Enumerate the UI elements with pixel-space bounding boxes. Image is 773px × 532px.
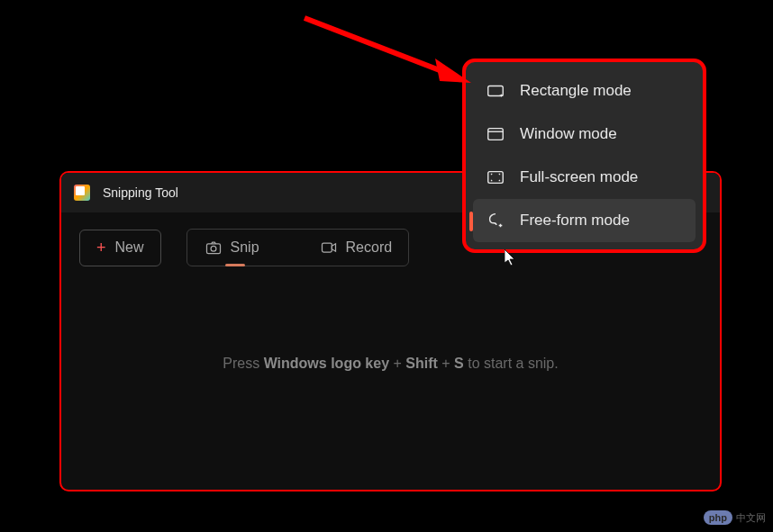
snip-mode-menu: Rectangle mode Window mode Full-screen m…: [462, 59, 706, 253]
window-icon: [486, 124, 505, 144]
new-button[interactable]: + New: [79, 230, 161, 266]
rectangle-icon: [486, 81, 505, 101]
tab-indicator: [225, 264, 245, 266]
app-title: Snipping Tool: [103, 185, 178, 200]
tab-record[interactable]: Record: [303, 230, 409, 266]
menu-item-rectangle[interactable]: Rectangle mode: [473, 69, 696, 113]
svg-line-7: [305, 18, 444, 72]
menu-item-window[interactable]: Window mode: [473, 113, 696, 156]
plus-icon: +: [96, 239, 106, 257]
new-button-label: New: [115, 239, 144, 256]
svg-rect-3: [488, 86, 504, 96]
svg-rect-6: [488, 172, 504, 184]
svg-rect-2: [322, 243, 332, 252]
tab-snip-label: Snip: [231, 239, 259, 256]
tab-record-label: Record: [346, 239, 393, 256]
svg-rect-4: [488, 129, 504, 140]
menu-item-label: Free-form mode: [520, 212, 630, 230]
menu-item-freeform[interactable]: Free-form mode: [473, 199, 696, 242]
menu-item-fullscreen[interactable]: Full-screen mode: [473, 156, 696, 199]
fullscreen-icon: [486, 167, 505, 187]
svg-point-1: [211, 246, 216, 251]
hint-text: Press Windows logo key + Shift + S to st…: [61, 283, 720, 445]
app-icon: [74, 185, 90, 201]
php-badge: php: [704, 510, 732, 525]
watermark-text: 中文网: [736, 511, 766, 525]
menu-item-label: Rectangle mode: [520, 82, 632, 100]
freeform-icon: [486, 211, 505, 230]
svg-rect-0: [206, 244, 220, 254]
camera-icon: [204, 238, 223, 257]
mode-tabs: Snip Record: [186, 229, 410, 266]
watermark: php 中文网: [704, 510, 766, 525]
arrow-annotation: [296, 9, 476, 90]
tab-snip[interactable]: Snip: [187, 230, 276, 266]
menu-item-label: Full-screen mode: [520, 168, 638, 186]
video-icon: [319, 238, 339, 257]
menu-item-label: Window mode: [520, 125, 617, 143]
